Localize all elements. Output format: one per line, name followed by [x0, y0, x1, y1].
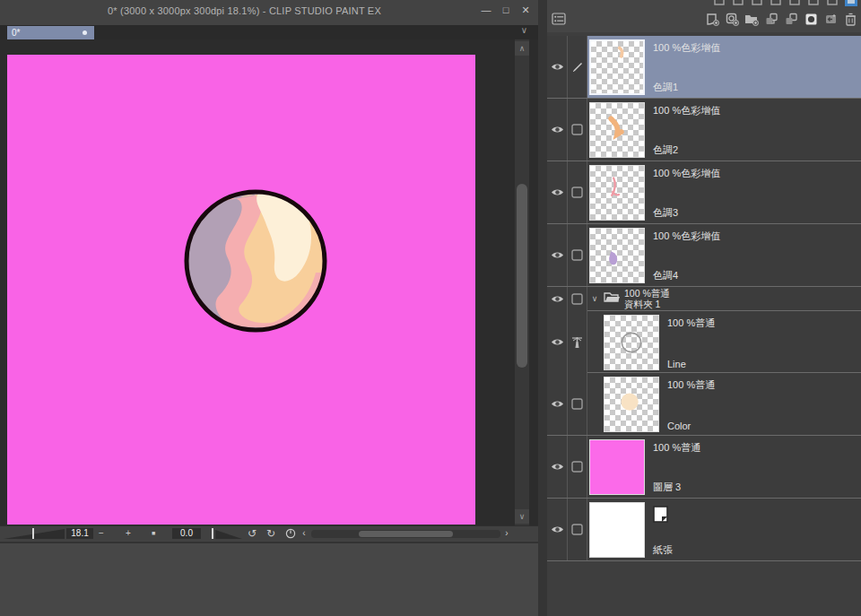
- visibility-eye-icon[interactable]: [547, 287, 568, 311]
- vertical-scrollbar[interactable]: ∧ ∨: [515, 39, 529, 525]
- rotate-right-icon[interactable]: ↻: [265, 526, 277, 541]
- folder-expand-chevron-icon[interactable]: ∨: [589, 294, 600, 303]
- rotate-slider[interactable]: [215, 528, 242, 539]
- layer-checkbox[interactable]: [568, 436, 587, 498]
- fill-icon[interactable]: [770, 0, 782, 6]
- statusbar: 18.1 − + ■ 0.0 ↺ ↻ ‹ ›: [0, 525, 538, 541]
- editing-pencil-icon[interactable]: [568, 36, 587, 98]
- layer-checkbox[interactable]: [568, 499, 587, 560]
- layer-row[interactable]: 100 %色彩增值 色調4: [547, 224, 861, 287]
- new-folder-icon[interactable]: [744, 12, 759, 26]
- layer-row[interactable]: 紙張: [547, 499, 861, 561]
- layer-name[interactable]: 色調3: [653, 206, 861, 220]
- visibility-eye-icon[interactable]: [547, 499, 568, 560]
- visibility-eye-icon[interactable]: [547, 36, 568, 98]
- visibility-eye-icon[interactable]: [547, 99, 568, 161]
- merge-with-lower-layer-icon[interactable]: [784, 12, 798, 26]
- layer-thumbnail[interactable]: [589, 165, 645, 221]
- layer-blend-mode: 100 %普通: [667, 317, 861, 330]
- clip-studio-paint-screen: 0* (3000 x 3000px 300dpi 18.1%) - CLIP S…: [0, 0, 861, 616]
- horizontal-scrollbar[interactable]: [311, 530, 500, 538]
- maximize-button[interactable]: □: [500, 4, 511, 16]
- layer-x-icon[interactable]: [807, 0, 820, 6]
- layer-row[interactable]: 100 %色彩增值 色調1: [547, 36, 861, 99]
- layer-checkbox[interactable]: [568, 161, 587, 223]
- layer-thumbnail[interactable]: [589, 39, 645, 95]
- new-correction-layer-icon[interactable]: [725, 12, 739, 26]
- rotate-value[interactable]: 0.0: [172, 528, 201, 539]
- layer-checkbox[interactable]: [568, 99, 587, 161]
- zoom-out-button[interactable]: −: [95, 526, 108, 541]
- new-raster-layer-icon[interactable]: [705, 12, 719, 26]
- operation-icon[interactable]: [751, 0, 763, 6]
- move-up-icon[interactable]: [732, 0, 744, 6]
- layer-blend-mode: 100 %色彩增值: [653, 104, 861, 117]
- canvas-viewport[interactable]: ∧ ∨: [0, 39, 538, 525]
- layer-name[interactable]: 色調2: [653, 143, 861, 157]
- create-layer-mask-icon[interactable]: [804, 12, 818, 26]
- visibility-eye-icon[interactable]: [547, 373, 568, 435]
- zoom-in-button[interactable]: +: [122, 526, 135, 541]
- layer-checkbox[interactable]: [568, 373, 587, 435]
- layer-row[interactable]: 100 %色彩增值 色調3: [547, 161, 861, 224]
- layer-row[interactable]: 100 %普通 圖層 3: [547, 436, 861, 499]
- layer-checkbox[interactable]: [568, 224, 587, 286]
- layer-name[interactable]: 紙張: [653, 543, 673, 557]
- visibility-eye-icon[interactable]: [547, 436, 568, 498]
- layer-name[interactable]: 圖層 3: [653, 481, 861, 494]
- scroll-left-arrow-icon[interactable]: ‹: [300, 526, 309, 541]
- paper-icon: [653, 506, 673, 526]
- layer-row[interactable]: 100 %普通 Line: [547, 311, 861, 373]
- vertical-scrollbar-thumb[interactable]: [517, 184, 527, 368]
- layer-checkbox[interactable]: [568, 287, 587, 311]
- scroll-up-arrow-icon[interactable]: ∧: [515, 41, 529, 56]
- visibility-eye-icon[interactable]: [547, 161, 568, 223]
- zoom-value[interactable]: 18.1: [66, 528, 93, 539]
- palette-blue-icon[interactable]: [845, 0, 857, 6]
- layer-blend-mode: 100 %普通: [667, 378, 861, 392]
- layer-folder-row[interactable]: ∨ 100 %普通 資料夾 1: [547, 287, 861, 311]
- panel-list-icon[interactable]: [552, 12, 567, 27]
- scroll-right-arrow-icon[interactable]: ›: [502, 526, 511, 541]
- visibility-eye-icon[interactable]: [547, 224, 568, 286]
- layer-name[interactable]: 色調4: [653, 269, 861, 282]
- layer-thumbnail[interactable]: [589, 439, 645, 495]
- layer-thumbnail[interactable]: [604, 377, 659, 432]
- folder-name[interactable]: 資料夾 1: [624, 299, 670, 309]
- titlebar[interactable]: 0* (3000 x 3000px 300dpi 18.1%) - CLIP S…: [0, 0, 538, 25]
- apply-mask-icon[interactable]: [823, 12, 838, 26]
- minimize-button[interactable]: —: [481, 4, 491, 16]
- reference-layer-lighthouse-icon[interactable]: [568, 311, 587, 373]
- reset-rotation-icon[interactable]: [283, 526, 298, 541]
- close-button[interactable]: ✕: [520, 4, 531, 16]
- delete-layer-icon[interactable]: [843, 12, 857, 26]
- layer-list: 100 %色彩增值 色調1100 %色彩增值 色調2100 %色彩增值 色調31…: [547, 32, 861, 616]
- tab-overflow-chevron-icon[interactable]: ∨: [521, 25, 527, 35]
- layer-name[interactable]: 色調1: [653, 81, 861, 94]
- layer-name[interactable]: Line: [667, 359, 861, 369]
- combine-icon[interactable]: [713, 0, 726, 6]
- unsaved-dot-icon: [83, 30, 87, 35]
- transfer-to-lower-layer-icon[interactable]: [764, 12, 778, 26]
- layer-row[interactable]: 100 %普通 Color: [547, 373, 861, 436]
- zoom-slider[interactable]: [4, 528, 65, 539]
- canvas-document[interactable]: [7, 55, 475, 525]
- layer-thumbnail[interactable]: [589, 502, 645, 558]
- rotate-slider-handle[interactable]: [212, 528, 213, 539]
- layer-row[interactable]: 100 %色彩增值 色調2: [547, 99, 861, 161]
- scroll-down-arrow-icon[interactable]: ∨: [515, 509, 529, 524]
- zoom-slider-handle[interactable]: [32, 528, 34, 539]
- rotate-left-icon[interactable]: ↺: [246, 526, 258, 541]
- layer-thumbnail[interactable]: [589, 228, 645, 283]
- layer-thumbnail[interactable]: [604, 315, 659, 370]
- lock-icon[interactable]: [788, 0, 801, 6]
- canvas-tab[interactable]: 0*: [7, 26, 94, 39]
- horizontal-scrollbar-thumb[interactable]: [359, 531, 453, 537]
- visibility-eye-icon[interactable]: [547, 311, 568, 373]
- document-window: 0* (3000 x 3000px 300dpi 18.1%) - CLIP S…: [0, 0, 538, 543]
- layer-name[interactable]: Color: [667, 421, 861, 431]
- ruler-x-icon[interactable]: [826, 0, 839, 6]
- window-title: 0* (3000 x 3000px 300dpi 18.1%) - CLIP S…: [0, 5, 489, 16]
- fit-to-screen-button[interactable]: ■: [147, 526, 160, 541]
- layer-thumbnail[interactable]: [589, 102, 645, 158]
